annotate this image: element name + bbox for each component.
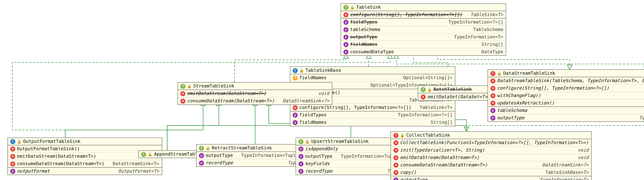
uml-node[interactable]: C🔒DataStreamTableSinkmDataStreamTableSin… — [488, 70, 644, 122]
uml-member: mCollectTableSink(Function1<TypeInformat… — [391, 139, 591, 146]
member-type: DataStreamSink<?> — [536, 162, 589, 168]
member-name: tableSchema — [497, 108, 527, 113]
member-icon: m — [10, 146, 15, 151]
class-type-icon: I — [421, 87, 426, 92]
member-icon: m — [490, 78, 496, 83]
member-name: recordType — [206, 160, 233, 166]
uml-member: poutputTypeTypeInformation<T> — [488, 114, 644, 122]
member-icon: p — [344, 34, 348, 40]
uml-member: ptableSchemaTableSchema — [488, 106, 644, 114]
member-icon: p — [344, 20, 348, 24]
member-name: configure(String[], TypeInformation<?>[]… — [299, 105, 412, 110]
member-icon: m — [490, 86, 496, 90]
uml-member: mconfigure(String[], TypeInformation<?>[… — [488, 84, 644, 92]
member-name: recordType — [305, 168, 332, 174]
lock-icon: 🔒 — [497, 71, 502, 75]
uml-member: poutputTypeTypeInformation<T> — [341, 33, 506, 40]
member-name: emitDataStream(DataStream<T>) — [17, 154, 96, 159]
uml-title: C🔒OutputFormatTableSink — [8, 138, 162, 145]
lock-icon: 🔒 — [17, 139, 22, 144]
member-icon: m — [344, 12, 348, 17]
member-icon: m — [180, 91, 185, 96]
member-type: TypeInformation<T> — [633, 115, 644, 120]
member-icon: p — [293, 112, 298, 117]
uml-member: pconsumedDataTypeDataType — [341, 48, 506, 55]
member-name: tableSchema — [350, 27, 380, 32]
member-type: TableSink<T> — [464, 12, 503, 17]
member-name: updatesAsRetraction() — [497, 100, 554, 106]
member-type: TableSchema — [466, 27, 503, 32]
member-name: configure(String[], TypeInformation<?>[]… — [497, 86, 609, 91]
member-name: outputType — [206, 153, 233, 158]
member-name: fieldNames — [299, 120, 327, 125]
class-type-icon: I — [141, 152, 146, 156]
member-name: fieldNames — [350, 42, 377, 47]
class-type-icon: I — [344, 5, 348, 10]
member-name: outputFormat — [17, 168, 50, 174]
member-name: keyFields — [305, 161, 330, 166]
member-icon: m — [490, 100, 496, 106]
member-type: TypeInformation<T> — [533, 177, 589, 180]
member-icon: m — [490, 93, 496, 98]
member-name: withChangeFlag() — [497, 93, 541, 98]
member-name: init(TypeSerializer<T>, String) — [400, 147, 485, 153]
lock-icon: 🔒 — [299, 68, 304, 72]
uml-member: mconfigure(String[], TypeInformation<?>[… — [341, 11, 506, 18]
uml-member: mconsumeDataStream(DataStream<T>)DataStr… — [391, 161, 591, 168]
uml-title: C🔒CollectTableSink — [391, 132, 591, 139]
uml-class-datastreamtablesink[interactable]: C🔒DataStreamTableSinkmDataStreamTableSin… — [488, 70, 644, 122]
nodes-layer: I🔒TableSinkmconfigure(String[], TypeInfo… — [0, 0, 644, 180]
class-name: OutputFormatTableSink — [23, 139, 80, 144]
member-type: void — [571, 155, 589, 160]
member-icon: p — [393, 177, 398, 180]
uml-member: mDataStreamTableSink(TableSchema, TypeIn… — [488, 77, 644, 84]
uml-class-streamtablesink[interactable]: I🔒StreamTableSinkmemitDataStream(DataStr… — [178, 82, 332, 105]
member-name: fieldTypes — [350, 19, 377, 25]
uml-member: memitDataStream(DataStream<T>)void — [178, 90, 332, 97]
class-type-icon: I — [298, 139, 303, 144]
member-name: isAppendOnly — [305, 146, 338, 152]
class-type-icon: I — [199, 146, 204, 150]
member-icon: p — [199, 153, 204, 158]
member-icon: p — [344, 42, 348, 47]
uml-node[interactable]: I🔒StreamTableSinkmemitDataStream(DataStr… — [178, 82, 333, 105]
uml-member: minit(TypeSerializer<T>, String)void — [391, 146, 591, 154]
lock-icon: 🔒 — [350, 5, 354, 9]
uml-node[interactable]: I🔒TableSinkmconfigure(String[], TypeInfo… — [341, 3, 507, 56]
member-name: configure(String[], TypeInformation<?>[]… — [350, 12, 462, 17]
uml-node[interactable]: C🔒CollectTableSinkmCollectTableSink(Func… — [390, 131, 592, 180]
member-type: DataStreamSink<?> — [276, 98, 329, 104]
lock-icon: 🔒 — [305, 139, 310, 144]
uml-member: mupdatesAsRetraction()boolean — [488, 99, 644, 106]
member-type: TypeInformation<?>[] — [391, 112, 452, 118]
member-name: fieldTypes — [299, 112, 327, 118]
uml-member: mcopy()TableSinkBase<T> — [391, 168, 591, 176]
member-type: TableSinkBase<T> — [538, 170, 589, 175]
member-type: DataType — [475, 49, 503, 54]
member-name: consumeDataStream(DataStream<T>) — [187, 98, 274, 104]
member-name: outputType — [497, 115, 524, 120]
class-name: UpsertStreamTableSink — [311, 139, 369, 144]
member-icon: m — [293, 105, 298, 110]
uml-member: mconsumeDataStream(DataStream<T>)DataStr… — [178, 97, 332, 104]
class-name: RetractStreamTableSink — [212, 145, 272, 151]
uml-member: ffieldNamesOptional<String[]> — [290, 74, 455, 81]
member-icon: p — [298, 169, 303, 174]
member-icon: m — [393, 148, 398, 152]
member-icon: p — [490, 108, 496, 113]
uml-class-tablesink[interactable]: I🔒TableSinkmconfigure(String[], TypeInfo… — [341, 3, 506, 56]
member-icon: p — [10, 169, 15, 174]
member-name: consumedDataType — [350, 49, 394, 54]
member-name: consumeDataStream(DataStream<T>) — [400, 162, 488, 168]
member-icon: m — [10, 154, 15, 159]
uml-class-collecttablesink[interactable]: C🔒CollectTableSinkmCollectTableSink(Func… — [390, 131, 592, 180]
uml-member: mwithChangeFlag()boolean — [488, 92, 644, 99]
member-type: TypeInformation<?>[] — [442, 19, 503, 25]
member-icon: m — [421, 94, 426, 99]
member-name: outputType — [305, 154, 332, 159]
class-name: DataStreamTableSink — [503, 71, 555, 76]
member-type: TypeInformation<T> — [448, 34, 503, 40]
member-icon: m — [393, 170, 398, 175]
member-icon: p — [298, 161, 303, 166]
member-type: TableSink<T> — [413, 105, 452, 110]
